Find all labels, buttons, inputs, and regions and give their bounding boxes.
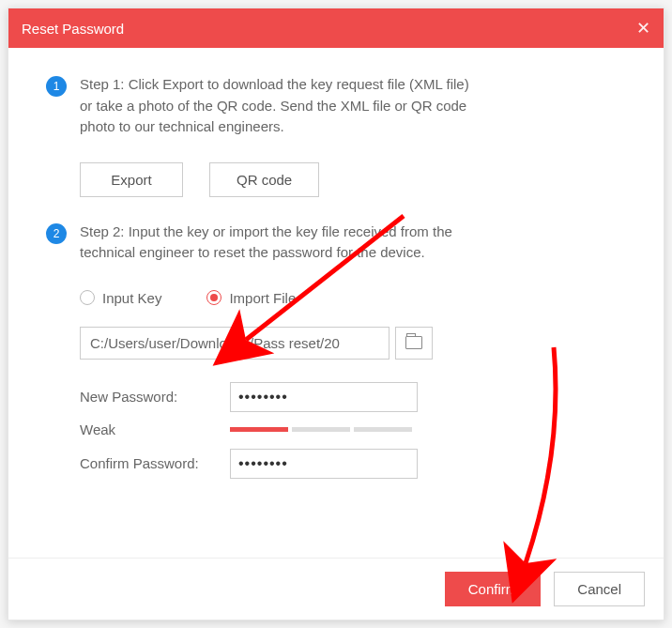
export-button[interactable]: Export [80,162,183,197]
password-strength-label: Weak [80,421,230,437]
titlebar: Reset Password ✕ [8,8,664,48]
step-1-buttons: Export QR code [80,162,626,197]
browse-button[interactable] [395,327,433,360]
radio-import-file[interactable]: Import File [206,290,296,306]
new-password-row: New Password: [80,382,626,412]
file-path-row: C:/Users/user/Downloads/Pass reset/20 [80,327,626,360]
radio-circle-icon [80,290,95,305]
qr-code-button[interactable]: QR code [209,162,319,197]
password-strength-meter [230,427,412,432]
close-icon[interactable]: ✕ [636,18,650,38]
new-password-label: New Password: [80,389,230,405]
radio-input-key-label: Input Key [102,290,161,306]
confirm-button[interactable]: Confirm [445,572,542,606]
step-1-text: Step 1: Click Export to download the key… [80,74,474,138]
import-mode-radios: Input Key Import File [80,290,626,306]
folder-icon [405,336,422,349]
step-badge-1: 1 [46,76,67,97]
dialog-footer: Confirm Cancel [8,558,664,620]
step-1: 1 Step 1: Click Export to download the k… [46,74,626,138]
file-path-input[interactable]: C:/Users/user/Downloads/Pass reset/20 [80,327,389,360]
reset-password-dialog: Reset Password ✕ 1 Step 1: Click Export … [8,8,664,620]
cancel-button[interactable]: Cancel [554,572,645,606]
radio-input-key[interactable]: Input Key [80,290,161,306]
strength-bar [292,427,350,432]
new-password-input[interactable] [230,382,418,412]
radio-import-file-label: Import File [229,290,296,306]
radio-circle-icon [206,290,221,305]
confirm-password-input[interactable] [230,449,418,479]
step-2-text: Step 2: Input the key or import the key … [80,222,474,264]
step-2: 2 Step 2: Input the key or import the ke… [46,222,626,264]
strength-bar [354,427,412,432]
dialog-title: Reset Password [22,21,124,37]
confirm-password-label: Confirm Password: [80,455,230,471]
strength-bar [230,427,288,432]
dialog-body: 1 Step 1: Click Export to download the k… [8,48,664,558]
step-badge-2: 2 [46,223,67,244]
confirm-password-row: Confirm Password: [80,449,626,479]
password-strength-row: Weak [80,421,626,437]
